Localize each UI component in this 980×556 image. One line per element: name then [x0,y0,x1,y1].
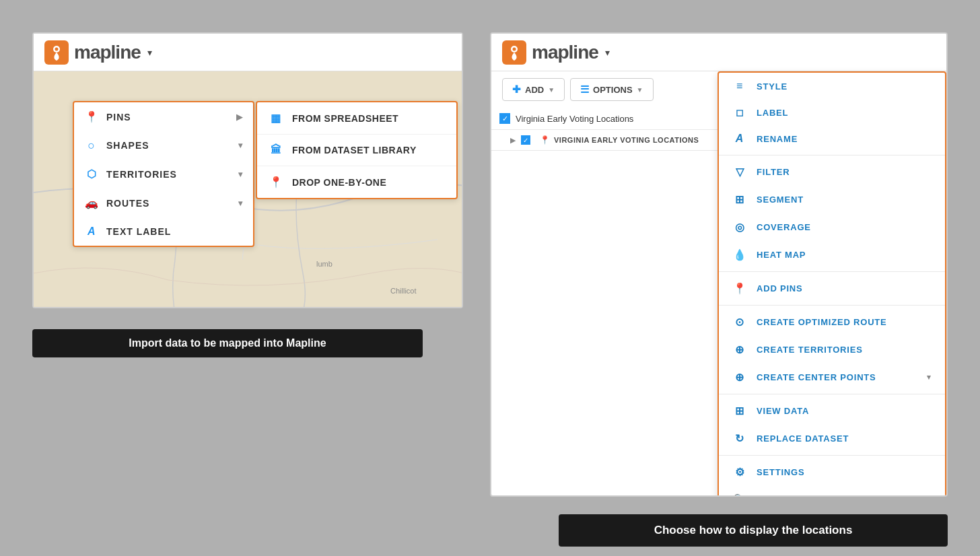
add-pins-icon: 📍 [732,282,747,295]
context-segment[interactable]: ⊞ SEGMENT [719,186,945,213]
routes-label: ROUTES [106,198,149,209]
territories-icon: ⬡ [85,168,98,180]
left-tooltip-text: Import data to be mapped into Mapline [129,337,326,349]
label-icon: ◻ [732,107,747,118]
layer-checkbox[interactable]: ✓ [499,113,510,124]
view-data-label: VIEW DATA [757,406,809,416]
create-optimized-route-label: CREATE OPTIMIZED ROUTE [757,317,887,327]
right-options-button[interactable]: ☰ OPTIONS ▼ [570,78,653,101]
center-points-arrow-icon: ▾ [927,373,932,382]
from-dataset-label: FROM DATASET LIBRARY [292,145,417,155]
settings-label: SETTINGS [757,467,804,477]
spreadsheet-icon: ▦ [268,112,284,125]
add-dropdown: 📍 PINS ▶ ○ SHAPES ▾ ⬡ TERRITORIES ▾ 🚗 RO… [73,101,254,247]
pin-dot-icon: 📍 [540,135,550,145]
right-tooltip-text: Choose how to display the locations [654,524,853,536]
drop-one-label: DROP ONE-BY-ONE [292,177,386,188]
dropdown-item-routes[interactable]: 🚗 ROUTES ▾ [74,188,253,217]
shapes-icon: ○ [85,139,98,151]
context-view-data[interactable]: ⊞ VIEW DATA [719,397,945,425]
drop-pin-icon: 📍 [268,176,284,188]
sublayer-checkbox[interactable]: ✓ [521,135,530,145]
svg-point-2 [55,47,59,50]
filter-icon: ▽ [732,166,747,178]
context-rename[interactable]: A RENAME [719,125,945,152]
right-add-icon: ✚ [512,83,521,96]
pins-submenu: ▦ FROM SPREADSHEET 🏛 FROM DATASET LIBRAR… [256,101,458,199]
svg-text:Chillicot: Chillicot [390,287,417,295]
style-icon: ≡ [732,80,747,92]
style-label: STYLE [757,81,788,92]
right-logo-text: mapline [532,42,598,63]
dropdown-item-territories[interactable]: ⬡ TERRITORIES ▾ [74,160,253,188]
routes-icon: 🚗 [85,197,98,209]
right-options-chevron-icon: ▼ [637,86,643,94]
left-panel: mapline ▾ ✚ ADD ▼ ☰ OPTIONS ▼ 🔍 SEARCH M… [32,32,463,308]
replace-dataset-icon: ↻ [732,432,747,445]
right-options-label: OPTIONS [593,85,633,95]
rename-label: RENAME [757,134,798,144]
context-zoom-to[interactable]: 🔍 ZOOM TO [719,486,945,497]
create-center-points-label: CREATE CENTER POINTS [757,372,876,382]
divider-4 [719,394,945,394]
label-label: LABEL [757,108,788,118]
view-data-icon: ⊞ [732,405,747,417]
right-panel: mapline ▾ ✚ ADD ▼ ☰ OPTIONS ▼ ✓ Virginia… [490,32,948,497]
left-tooltip: Import data to be mapped into Mapline [32,329,423,357]
left-logo-text: mapline [74,42,141,63]
dropdown-item-text-label[interactable]: A TEXT LABEL [74,217,253,246]
sublayer-check-icon: ✓ [523,137,528,144]
shapes-label: SHAPES [106,140,149,151]
right-add-button[interactable]: ✚ ADD ▼ [502,78,565,101]
context-settings[interactable]: ⚙ SETTINGS [719,458,945,486]
sublayer-name: VIRGINIA EARLY VOTING LOCATIONS [554,136,699,144]
segment-label: SEGMENT [757,195,804,205]
context-replace-dataset[interactable]: ↻ REPLACE DATASET [719,425,945,452]
from-spreadsheet-label: FROM SPREADSHEET [292,113,398,124]
context-label[interactable]: ◻ LABEL [719,100,945,125]
right-tooltip: Choose how to display the locations [559,514,948,547]
right-logo-chevron[interactable]: ▾ [605,47,610,58]
heat-map-icon: 💧 [732,248,747,261]
replace-dataset-label: REPLACE DATASET [757,433,849,444]
add-pins-label: ADD PINS [757,283,803,293]
dropdown-item-pins[interactable]: 📍 PINS ▶ [74,102,253,131]
shapes-arrow-icon: ▾ [238,141,243,150]
context-add-pins[interactable]: 📍 ADD PINS [719,275,945,302]
filter-label: FILTER [757,167,790,177]
right-mapline-logo-icon [502,40,526,65]
context-style[interactable]: ≡ STYLE [719,73,945,100]
context-coverage[interactable]: ◎ COVERAGE [719,213,945,241]
left-logo: mapline ▾ [44,40,152,65]
coverage-icon: ◎ [732,221,747,234]
pins-icon: 📍 [85,110,98,123]
context-menu: ≡ STYLE ◻ LABEL A RENAME ▽ FILTER ⊞ SEGM… [718,71,946,497]
left-logo-chevron[interactable]: ▾ [147,47,152,58]
rename-icon: A [732,133,747,145]
zoom-to-icon: 🔍 [732,493,747,497]
context-create-center-points[interactable]: ⊕ CREATE CENTER POINTS ▾ [719,363,945,391]
right-header: mapline ▾ [491,34,946,71]
heat-map-label: HEAT MAP [757,250,806,260]
zoom-to-label: ZOOM TO [757,495,801,497]
create-territories-label: CREATE TERRITORIES [757,345,863,355]
from-spreadsheet-item[interactable]: ▦ FROM SPREADSHEET [257,102,456,135]
svg-point-8 [513,47,516,50]
create-territories-icon: ⊕ [732,343,747,356]
context-create-territories[interactable]: ⊕ CREATE TERRITORIES [719,336,945,363]
drop-one-item[interactable]: 📍 DROP ONE-BY-ONE [257,166,456,198]
territories-label: TERRITORIES [106,169,177,180]
context-filter[interactable]: ▽ FILTER [719,158,945,186]
right-add-label: ADD [525,85,544,95]
coverage-label: COVERAGE [757,222,811,232]
check-icon: ✓ [502,114,508,123]
pins-arrow-icon: ▶ [236,112,243,122]
pins-label: PINS [106,112,131,123]
settings-icon: ⚙ [732,466,747,479]
from-dataset-item[interactable]: 🏛 FROM DATASET LIBRARY [257,135,456,166]
sublayer-expand-icon[interactable]: ▶ [510,136,516,145]
context-create-optimized-route[interactable]: ⊙ CREATE OPTIMIZED ROUTE [719,308,945,336]
context-heat-map[interactable]: 💧 HEAT MAP [719,241,945,269]
svg-text:lumb: lumb [316,260,332,268]
dropdown-item-shapes[interactable]: ○ SHAPES ▾ [74,131,253,160]
